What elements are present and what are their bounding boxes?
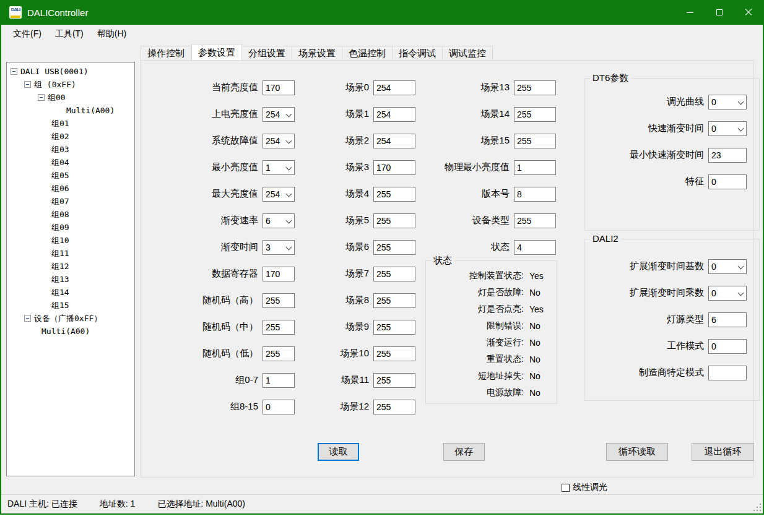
tab-grouping-settings[interactable]: 分组设置 xyxy=(242,46,292,61)
scene-2-input[interactable] xyxy=(373,134,415,148)
combo-value: 0 xyxy=(711,124,716,134)
tree-item-group04[interactable]: 组04 xyxy=(7,156,134,169)
system-failure-level-select[interactable]: 254 xyxy=(263,134,295,148)
scene-1-input[interactable] xyxy=(373,107,415,122)
random-code-mid-input[interactable] xyxy=(263,320,295,335)
scene-12-input[interactable] xyxy=(373,400,415,414)
collapse-icon[interactable] xyxy=(24,315,31,322)
scene-9-input[interactable] xyxy=(373,320,415,335)
scene-8-input[interactable] xyxy=(373,293,415,308)
dimming-curve-select[interactable]: 0 xyxy=(708,95,747,109)
tree-item-device-broadcast[interactable]: 设备（广播0xFF） xyxy=(7,312,134,325)
scene-10-input[interactable] xyxy=(373,346,415,361)
scene-6-input[interactable] xyxy=(373,240,415,255)
status-input[interactable] xyxy=(514,240,556,255)
save-button[interactable]: 保存 xyxy=(443,443,485,461)
fast-fade-time-select[interactable]: 0 xyxy=(708,121,747,136)
tab-operation-control[interactable]: 操作控制 xyxy=(141,46,191,61)
scene-3-input[interactable] xyxy=(373,160,415,175)
group-0-7-input[interactable] xyxy=(263,373,295,388)
random-code-low-input[interactable] xyxy=(263,346,295,361)
operating-mode-input[interactable] xyxy=(708,339,747,354)
scene-13-input[interactable] xyxy=(514,80,556,95)
loop-read-button[interactable]: 循环读取 xyxy=(606,443,668,461)
dali2-group: DALI2 扩展渐变时间基数0 扩展渐变时间乘数0 灯源类型 工作模式 制造商特… xyxy=(584,239,760,401)
tree-item-group00[interactable]: 组00 xyxy=(7,91,134,104)
tree-item-group02[interactable]: 组02 xyxy=(7,130,134,143)
scene-4-input[interactable] xyxy=(373,187,415,202)
menu-help[interactable]: 帮助(H) xyxy=(90,26,133,42)
tree-item-group08[interactable]: 组08 xyxy=(7,208,134,221)
physical-min-level-input[interactable] xyxy=(514,160,556,175)
status-value: No xyxy=(529,338,557,348)
tree-item-group13[interactable]: 组13 xyxy=(7,273,134,286)
chevron-down-icon xyxy=(286,191,292,197)
checkbox-icon[interactable] xyxy=(562,484,570,492)
tab-scene-settings[interactable]: 场景设置 xyxy=(292,46,342,61)
linear-dimming-checkbox-row[interactable]: 线性调光 xyxy=(562,482,607,493)
scene-14-input[interactable] xyxy=(514,107,556,122)
tab-command-debug[interactable]: 指令调试 xyxy=(393,46,443,61)
power-on-level-select[interactable]: 254 xyxy=(263,107,295,122)
collapse-icon[interactable] xyxy=(11,68,17,75)
scene-5-input[interactable] xyxy=(373,213,415,228)
max-level-select[interactable]: 254 xyxy=(263,187,295,202)
maximize-button[interactable] xyxy=(705,0,734,25)
parameter-settings-panel: 当前亮度值 上电亮度值254 系统故障值254 最小亮度值1 最大亮度值254 … xyxy=(141,60,754,478)
ext-fade-time-mult-select[interactable]: 0 xyxy=(708,286,747,301)
field-label: 灯源类型 xyxy=(591,314,704,325)
tree-item-group12[interactable]: 组12 xyxy=(7,260,134,273)
tree-item-group15[interactable]: 组15 xyxy=(7,299,134,312)
fade-time-select[interactable]: 3 xyxy=(263,240,295,255)
tree-item-device-multi-a00[interactable]: Multi(A00) xyxy=(7,325,134,338)
minimize-button[interactable] xyxy=(675,0,705,25)
device-tree: DALI USB(0001) 组 (0xFF) 组00 Multi(A00) 组… xyxy=(6,62,135,476)
light-source-type-input[interactable] xyxy=(708,312,747,327)
min-fast-fade-time-input[interactable] xyxy=(708,148,747,163)
tab-parameter-settings[interactable]: 参数设置 xyxy=(191,44,242,61)
menu-file[interactable]: 文件(F) xyxy=(6,26,48,42)
fade-rate-select[interactable]: 6 xyxy=(263,213,295,228)
min-level-select[interactable]: 1 xyxy=(263,160,295,175)
tree-item-group09[interactable]: 组09 xyxy=(7,221,134,234)
tree-item-group10[interactable]: 组10 xyxy=(7,234,134,247)
tree-item-group-root[interactable]: 组 (0xFF) xyxy=(7,78,134,91)
tree-item-group06[interactable]: 组06 xyxy=(7,182,134,195)
dt6-group-title: DT6参数 xyxy=(590,72,631,84)
scene-7-input[interactable] xyxy=(373,267,415,281)
manufacturer-mode-input[interactable] xyxy=(708,366,747,380)
tree-item-group14[interactable]: 组14 xyxy=(7,286,134,299)
data-register-input[interactable] xyxy=(263,267,295,281)
resize-grip-icon[interactable] xyxy=(752,502,761,511)
tree-item-group03[interactable]: 组03 xyxy=(7,143,134,156)
exit-loop-button[interactable]: 退出循环 xyxy=(692,443,754,461)
tree-item-label: 组04 xyxy=(51,157,69,168)
tree-item-group05[interactable]: 组05 xyxy=(7,169,134,182)
read-button[interactable]: 读取 xyxy=(318,443,359,461)
scene-0-input[interactable] xyxy=(373,80,415,95)
tab-color-temp-control[interactable]: 色温控制 xyxy=(342,46,393,61)
tree-item-label: 组14 xyxy=(51,287,69,298)
combo-value: 254 xyxy=(266,136,280,146)
close-button[interactable] xyxy=(734,0,763,25)
menu-tools[interactable]: 工具(T) xyxy=(48,26,90,42)
collapse-icon[interactable] xyxy=(24,81,31,88)
ext-fade-time-base-select[interactable]: 0 xyxy=(708,259,747,274)
tree-item-dali-usb[interactable]: DALI USB(0001) xyxy=(7,65,134,78)
tree-item-multi-a00[interactable]: Multi(A00) xyxy=(7,104,134,117)
current-brightness-input[interactable] xyxy=(263,80,295,95)
field-label: 场景1 xyxy=(311,108,369,120)
scene-15-input[interactable] xyxy=(514,134,556,148)
tree-item-group11[interactable]: 组11 xyxy=(7,247,134,260)
device-type-input[interactable] xyxy=(514,213,556,228)
tab-debug-monitor[interactable]: 调试监控 xyxy=(443,46,493,61)
maximize-icon xyxy=(716,9,723,15)
tree-item-group01[interactable]: 组01 xyxy=(7,117,134,130)
version-number-input[interactable] xyxy=(514,187,556,202)
random-code-high-input[interactable] xyxy=(263,293,295,308)
scene-11-input[interactable] xyxy=(373,373,415,388)
features-input[interactable] xyxy=(708,174,747,189)
tree-item-group07[interactable]: 组07 xyxy=(7,195,134,208)
group-8-15-input[interactable] xyxy=(263,400,295,414)
collapse-icon[interactable] xyxy=(38,94,45,101)
